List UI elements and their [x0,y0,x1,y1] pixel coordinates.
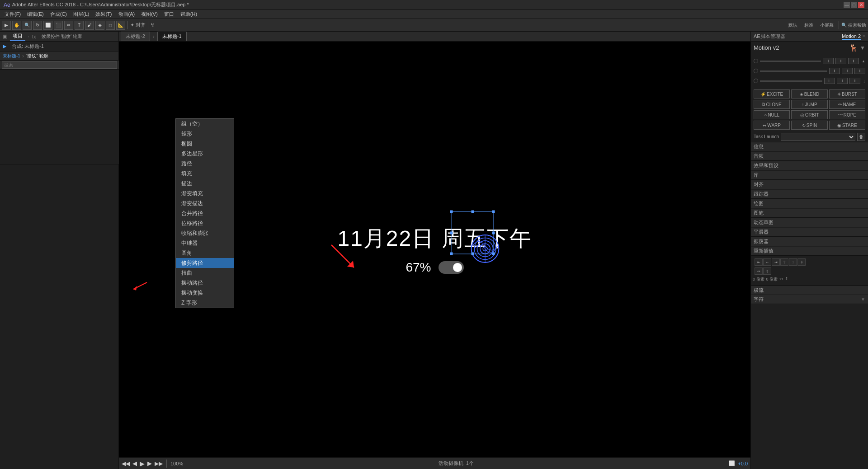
motion-field-1a[interactable]: I [823,58,834,64]
motion-down-3[interactable]: ↓ [863,79,865,84]
tool-rect[interactable]: ⬛ [54,21,63,30]
preview-play-btn[interactable]: ◀◀ [122,460,130,467]
handle-rm[interactable] [492,231,495,234]
menu-edit[interactable]: 编辑(E) [24,10,47,18]
motion-slider-2[interactable] [760,70,827,72]
ctx-round-corners[interactable]: 圆角 [176,248,234,258]
ctx-repeater[interactable]: 中继器 [176,238,234,248]
ctx-group[interactable]: 组（空） [176,119,234,129]
preview-play-pause[interactable]: ▶ [140,460,145,467]
align-right-btn[interactable]: ⇥ [772,258,780,266]
excite-button[interactable]: ⚡ EXCITE [754,89,790,98]
small-screen-btn[interactable]: 小屏幕 [817,22,836,28]
tool-puppet[interactable]: 📐 [116,21,125,30]
tool-hand[interactable]: ✋ [12,21,21,30]
menu-view[interactable]: 视图(V) [138,10,160,18]
stare-button[interactable]: ◉ STARE [829,121,865,130]
handle-br[interactable] [492,253,495,255]
align-center-h-btn[interactable]: ↔ [763,258,771,266]
motion-dropdown[interactable]: ▼ [860,45,865,51]
spin-button[interactable]: ↻ SPIN [791,121,827,130]
comp-tab-unstandard-1[interactable]: 未标题-1 [157,32,187,41]
tool-zoom[interactable]: 🔍 [23,21,32,30]
search-label[interactable]: 搜索帮助 [848,22,866,28]
burst-button[interactable]: ✳ BURST [829,89,865,98]
motion-field-3c[interactable]: I [849,78,860,84]
motion-field-3b[interactable]: I [837,78,848,84]
menu-effects[interactable]: 效果(T) [93,10,114,18]
motion-slider-3[interactable] [760,80,822,82]
breadcrumb-item-2[interactable]: "指纹" 轮廓 [26,53,48,59]
ctx-grad-fill[interactable]: 渐变填充 [176,188,234,198]
orbit-button[interactable]: ◎ ORBIT [791,110,827,119]
menu-file[interactable]: 文件(F) [2,10,24,18]
dist-v-btn[interactable]: ⇕ [763,267,771,275]
panel-expand-icon[interactable]: ≡ [863,33,865,40]
handle-tr[interactable] [492,211,495,213]
motion-field-2c[interactable]: I [854,68,865,74]
effects-tab[interactable]: 效果控件 '指纹' 轮廓 [39,33,85,40]
motion-field-3a[interactable]: L [824,78,835,84]
preview-next-frame[interactable]: ▶ [147,460,152,467]
tool-stamp[interactable]: ◈ [95,21,104,30]
align-left-btn[interactable]: ⇤ [755,258,763,266]
clone-button[interactable]: ⧉ CLONE [754,100,790,109]
maximize-button[interactable]: □ [851,2,857,8]
handle-lm[interactable] [450,231,453,234]
motion-circle-1[interactable] [754,59,758,63]
menu-animation[interactable]: 动画(A) [116,10,138,18]
comp-tab-unstandard-2[interactable]: 未标题-2 [121,32,150,41]
motion-slider-1[interactable] [760,61,821,62]
ae-script-manager-label[interactable]: AE脚本管理器 [754,33,785,40]
preview-fullscreen[interactable]: ⬜ [729,460,735,466]
tool-pen[interactable]: ✏ [64,21,73,30]
align-center-v-btn[interactable]: ↕ [789,258,797,266]
ctx-wiggle-transform[interactable]: 摆动变换 [176,288,234,298]
blend-button[interactable]: ◈ BLEND [791,89,827,98]
project-tab[interactable]: 项目 [10,32,25,41]
menu-window[interactable]: 窗口 [161,10,177,18]
warp-button[interactable]: ↭ WARP [754,121,790,130]
ctx-offset-paths[interactable]: 位移路径 [176,218,234,228]
handle-tm[interactable] [471,211,474,213]
ctx-twist[interactable]: 扭曲 [176,268,234,278]
ctx-pucker-bloat[interactable]: 收缩和膨胀 [176,228,234,238]
jump-button[interactable]: ↑ JUMP [791,100,827,109]
standard-btn[interactable]: 标准 [802,22,816,28]
title-bar-controls[interactable]: — □ ✕ [844,2,864,8]
motion2-tab[interactable]: Motion 2 [842,33,861,40]
ctx-polystar[interactable]: 多边星形 [176,149,234,159]
handle-bm[interactable] [471,253,474,255]
ctx-fill[interactable]: 填充 [176,169,234,178]
tool-brush[interactable]: 🖌 [85,21,94,30]
rope-button[interactable]: 〰 ROPE [829,110,865,119]
motion-up-1[interactable]: ▲ [862,59,865,63]
task-launch-select[interactable] [781,133,855,141]
motion-circle-3[interactable] [754,79,758,83]
breadcrumb-item-1[interactable]: 未标题-1 [3,53,20,59]
project-search-input[interactable] [2,61,117,69]
menu-layer[interactable]: 图层(L) [71,10,92,18]
character-expand[interactable]: ▼ [861,297,865,302]
default-btn[interactable]: 默认 [786,22,800,28]
ctx-grad-stroke[interactable]: 渐变描边 [176,198,234,208]
align-top-btn[interactable]: ⇧ [780,258,788,266]
motion-field-1c[interactable]: I [848,58,859,64]
ctx-wiggle-paths[interactable]: 摆动路径 [176,278,234,288]
motion-field-1b[interactable]: I [835,58,846,64]
menu-composition[interactable]: 合成(C) [47,10,70,18]
tool-rotate[interactable]: ↻ [33,21,42,30]
tool-arrow[interactable]: ▶ [2,21,11,30]
ctx-path[interactable]: 路径 [176,159,234,169]
motion-field-2b[interactable]: I [842,68,853,74]
ctx-stroke[interactable]: 描边 [176,178,234,188]
motion-circle-2[interactable] [754,69,758,73]
handle-bl[interactable] [450,253,453,255]
minimize-button[interactable]: — [844,2,850,8]
name-button[interactable]: ✏ NAME [829,100,865,109]
null-button[interactable]: ○ NULL [754,110,790,119]
tool-text[interactable]: T [75,21,84,30]
ctx-merge-paths[interactable]: 合并路径 [176,208,234,218]
close-button[interactable]: ✕ [858,2,864,8]
handle-tl[interactable] [450,211,453,213]
